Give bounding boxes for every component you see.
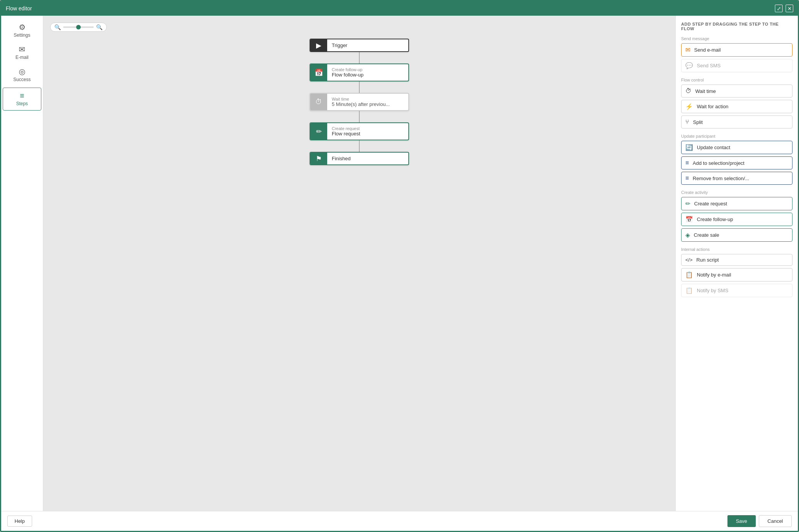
run-script-icon: </> <box>685 257 693 263</box>
connector-4 <box>359 140 360 152</box>
add-to-selection-icon: ≡ <box>685 159 689 166</box>
send-sms-label: Send SMS <box>697 63 721 68</box>
trigger-node[interactable]: ▶ Trigger <box>310 39 409 52</box>
finished-icon: ⚑ <box>316 155 322 163</box>
connector-3 <box>359 111 360 122</box>
steps-icon: ≡ <box>20 92 24 99</box>
create-follow-up-panel-button[interactable]: 📅 Create follow-up <box>681 213 792 226</box>
remove-from-selection-icon: ≡ <box>685 175 689 182</box>
remove-from-selection-button[interactable]: ≡ Remove from selection/... <box>681 172 792 185</box>
footer: Help Save Cancel <box>1 511 798 531</box>
trigger-content: Trigger <box>327 39 408 51</box>
sidebar-item-settings[interactable]: ⚙ Settings <box>1 20 43 42</box>
sidebar-item-email[interactable]: ✉ E-mail <box>1 42 43 64</box>
create-follow-up-panel-label: Create follow-up <box>697 216 733 222</box>
create-request-content: Create request Flow request <box>327 123 408 140</box>
split-button[interactable]: ⑂ Split <box>681 116 792 129</box>
create-request-label: Create request <box>332 126 404 131</box>
title-bar-controls: ⤢ ✕ <box>775 5 793 12</box>
create-sale-button[interactable]: ◈ Create sale <box>681 228 792 242</box>
create-request-panel-icon: ✏ <box>685 200 690 207</box>
wait-for-action-icon: ⚡ <box>685 103 693 110</box>
connector-1 <box>359 52 360 63</box>
footer-right: Save Cancel <box>727 515 792 527</box>
sidebar-item-success-label: Success <box>13 77 31 82</box>
title-bar: Flow editor ⤢ ✕ <box>1 1 798 16</box>
section-update-participant-label: Update participant <box>681 134 792 138</box>
split-icon: ⑂ <box>685 119 689 125</box>
wait-time-panel-icon: ⏱ <box>685 88 691 94</box>
create-request-panel-label: Create request <box>694 201 727 207</box>
wait-for-action-button[interactable]: ⚡ Wait for action <box>681 100 792 113</box>
connector-2 <box>359 81 360 93</box>
zoom-in-icon: 🔍 <box>96 24 103 30</box>
finished-node[interactable]: ⚑ Finished <box>310 152 409 165</box>
wait-time-icon: ⏱ <box>315 98 322 106</box>
wait-time-title: 5 Minute(s) after previou... <box>332 101 404 107</box>
sidebar: ⚙ Settings ✉ E-mail ◎ Success ≡ Steps <box>1 16 43 511</box>
section-send-message-label: Send message <box>681 36 792 41</box>
notify-email-icon: 📋 <box>685 271 693 278</box>
canvas-area[interactable]: 🔍 🔍 ▶ Trigger <box>43 16 675 511</box>
wait-time-label: Wait time <box>332 97 404 101</box>
section-create-activity-label: Create activity <box>681 190 792 195</box>
follow-up-node[interactable]: 📅 Create follow-up Flow follow-up <box>310 63 409 81</box>
close-button[interactable]: ✕ <box>786 5 793 12</box>
section-flow-control-label: Flow control <box>681 78 792 82</box>
cancel-button[interactable]: Cancel <box>759 515 792 527</box>
sidebar-item-success[interactable]: ◎ Success <box>1 64 43 86</box>
update-contact-icon: 🔄 <box>685 144 693 151</box>
create-follow-up-panel-icon: 📅 <box>685 216 693 223</box>
finished-icon-col: ⚑ <box>310 153 327 164</box>
trigger-icon: ▶ <box>316 41 321 50</box>
window-title: Flow editor <box>6 5 32 11</box>
flow-container: ▶ Trigger 📅 Create follow-up Flow follow… <box>310 39 409 165</box>
wait-for-action-label: Wait for action <box>697 104 729 109</box>
update-contact-label: Update contact <box>697 145 730 150</box>
create-sale-label: Create sale <box>694 232 719 238</box>
wait-time-panel-button[interactable]: ⏱ Wait time <box>681 85 792 98</box>
create-request-panel-button[interactable]: ✏ Create request <box>681 197 792 210</box>
remove-from-selection-label: Remove from selection/... <box>693 176 749 181</box>
add-to-selection-button[interactable]: ≡ Add to selection/project <box>681 156 792 169</box>
help-button[interactable]: Help <box>7 516 32 527</box>
expand-button[interactable]: ⤢ <box>775 5 783 12</box>
main-content: ⚙ Settings ✉ E-mail ◎ Success ≡ Steps 🔍 <box>1 16 798 511</box>
notify-email-button[interactable]: 📋 Notify by e-mail <box>681 268 792 281</box>
send-email-button[interactable]: ✉ Send e-mail <box>681 43 792 57</box>
create-request-node[interactable]: ✏ Create request Flow request <box>310 122 409 140</box>
panel-title: ADD STEP BY DRAGGING THE STEP TO THE FLO… <box>681 22 792 31</box>
run-script-label: Run script <box>696 257 719 263</box>
finished-title: Finished <box>332 156 404 161</box>
zoom-out-icon: 🔍 <box>54 24 61 30</box>
success-icon: ◎ <box>19 68 25 75</box>
create-request-title: Flow request <box>332 131 404 137</box>
notify-sms-label: Notify by SMS <box>697 288 728 293</box>
follow-up-icon: 📅 <box>315 68 323 77</box>
add-to-selection-label: Add to selection/project <box>693 160 744 166</box>
zoom-track[interactable] <box>63 26 94 28</box>
run-script-button[interactable]: </> Run script <box>681 254 792 266</box>
section-internal-actions-label: Internal actions <box>681 247 792 252</box>
trigger-title: Trigger <box>332 42 404 48</box>
follow-up-title: Flow follow-up <box>332 72 404 78</box>
sidebar-item-steps[interactable]: ≡ Steps <box>3 88 41 111</box>
wait-time-content: Wait time 5 Minute(s) after previou... <box>327 94 408 110</box>
zoom-bar: 🔍 🔍 <box>50 23 107 32</box>
notify-sms-button: 📋 Notify by SMS <box>681 284 792 297</box>
update-contact-button[interactable]: 🔄 Update contact <box>681 141 792 154</box>
create-request-icon: ✏ <box>316 127 322 136</box>
wait-time-panel-label: Wait time <box>695 88 716 94</box>
wait-time-node[interactable]: ⏱ Wait time 5 Minute(s) after previou... <box>310 93 409 111</box>
email-icon: ✉ <box>19 46 25 53</box>
save-button[interactable]: Save <box>727 515 756 527</box>
follow-up-icon-col: 📅 <box>310 64 327 81</box>
flow-editor-window: Flow editor ⤢ ✕ ⚙ Settings ✉ E-mail ◎ Su… <box>0 0 799 532</box>
wait-time-icon-col: ⏱ <box>310 94 327 110</box>
follow-up-content: Create follow-up Flow follow-up <box>327 64 408 81</box>
notify-sms-icon: 📋 <box>685 287 693 294</box>
sidebar-item-steps-label: Steps <box>16 101 28 106</box>
create-request-icon-col: ✏ <box>310 123 327 140</box>
zoom-thumb <box>76 25 81 29</box>
split-label: Split <box>693 119 703 125</box>
